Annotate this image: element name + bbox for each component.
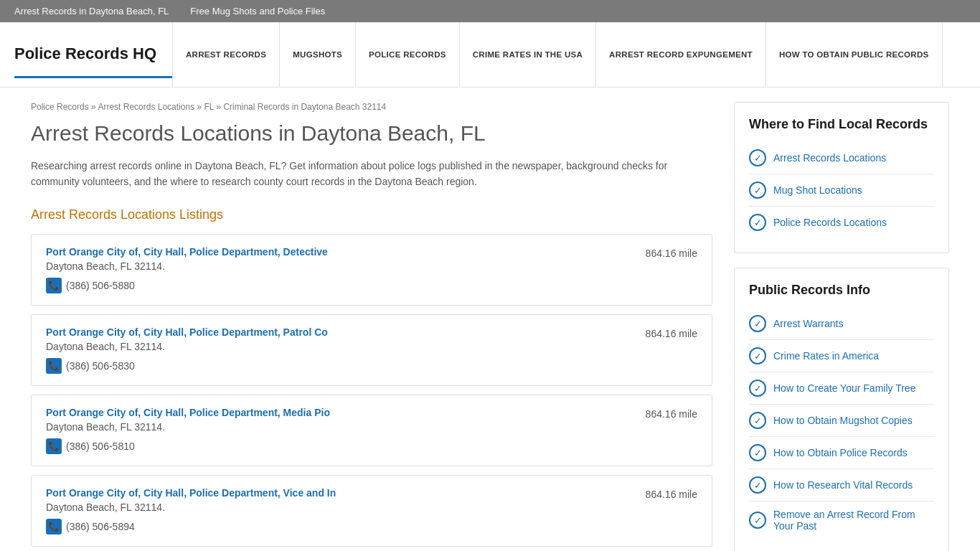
sidebar-link-police-records-loc[interactable]: ✓ Police Records Locations bbox=[749, 207, 934, 238]
check-icon: ✓ bbox=[749, 315, 766, 332]
check-icon: ✓ bbox=[749, 214, 766, 231]
sidebar-link-family-tree[interactable]: ✓ How to Create Your Family Tree bbox=[749, 372, 934, 405]
listing-row: Port Orange City of, City Hall, Police D… bbox=[31, 395, 712, 466]
sidebar-link-remove-arrest[interactable]: ✓ Remove an Arrest Record From Your Past bbox=[749, 501, 934, 539]
listing-phone-1: 📞 (386) 506-5830 bbox=[46, 358, 328, 374]
listing-row: Port Orange City of, City Hall, Police D… bbox=[31, 234, 712, 306]
nav-crime-rates[interactable]: CRIME RATES IN THE USA bbox=[460, 22, 596, 87]
header: Police Records HQ ARREST RECORDS MUGSHOT… bbox=[0, 22, 980, 88]
listing-phone-3: 📞 (386) 506-5894 bbox=[46, 519, 336, 534]
sidebar-link-crime-rates[interactable]: ✓ Crime Rates in America bbox=[749, 340, 934, 372]
listings-container: Port Orange City of, City Hall, Police D… bbox=[31, 234, 712, 547]
breadcrumb-item-2[interactable]: Arrest Records Locations bbox=[98, 102, 194, 112]
listing-address-0: Daytona Beach, FL 32114. bbox=[46, 260, 328, 272]
listing-name-1: Port Orange City of, City Hall, Police D… bbox=[46, 326, 328, 338]
nav-police-records[interactable]: POLICE RECORDS bbox=[356, 22, 460, 87]
listing-name-3: Port Orange City of, City Hall, Police D… bbox=[46, 487, 336, 499]
listing-phone-0: 📞 (386) 506-5880 bbox=[46, 278, 328, 293]
listing-phone-2: 📞 (386) 506-5810 bbox=[46, 438, 330, 454]
logo-text: Police Records HQ bbox=[14, 44, 158, 63]
sidebar-link-arrest-warrants[interactable]: ✓ Arrest Warrants bbox=[749, 308, 934, 340]
main-content: Police Records » Arrest Records Location… bbox=[31, 102, 712, 551]
sidebar: Where to Find Local Records ✓ Arrest Rec… bbox=[734, 102, 949, 551]
page-description: Researching arrest records online in Day… bbox=[31, 158, 712, 190]
phone-icon-3: 📞 bbox=[46, 519, 62, 534]
check-icon: ✓ bbox=[749, 347, 766, 364]
check-icon: ✓ bbox=[749, 380, 766, 397]
check-icon: ✓ bbox=[749, 182, 766, 199]
sidebar-public-title: Public Records Info bbox=[749, 283, 934, 298]
check-icon: ✓ bbox=[749, 512, 766, 529]
check-icon: ✓ bbox=[749, 412, 766, 429]
main-nav: ARREST RECORDS MUGSHOTS POLICE RECORDS C… bbox=[172, 22, 966, 87]
page-container: Police Records » Arrest Records Location… bbox=[17, 88, 963, 551]
listing-distance-3: 864.16 mile bbox=[646, 487, 697, 500]
sidebar-public-records: Public Records Info ✓ Arrest Warrants ✓ … bbox=[734, 268, 949, 551]
nav-mugshots[interactable]: MUGSHOTS bbox=[280, 22, 356, 87]
listing-address-2: Daytona Beach, FL 32114. bbox=[46, 421, 330, 433]
sidebar-where-title: Where to Find Local Records bbox=[749, 117, 934, 132]
nav-arrest-records[interactable]: ARREST RECORDS bbox=[172, 22, 280, 87]
top-bar: Arrest Records in Daytona Beach, FL Free… bbox=[0, 0, 980, 22]
listing-distance-2: 864.16 mile bbox=[646, 407, 697, 420]
nav-public-records[interactable]: HOW TO OBTAIN PUBLIC RECORDS bbox=[766, 22, 943, 87]
listing-name-2: Port Orange City of, City Hall, Police D… bbox=[46, 407, 330, 418]
listing-row: Port Orange City of, City Hall, Police D… bbox=[31, 314, 712, 386]
sidebar-link-mugshot-copies[interactable]: ✓ How to Obtain Mugshot Copies bbox=[749, 405, 934, 437]
listing-distance-0: 864.16 mile bbox=[646, 246, 697, 259]
phone-icon-1: 📞 bbox=[46, 358, 62, 374]
phone-icon-0: 📞 bbox=[46, 278, 62, 293]
breadcrumb-item-1[interactable]: Police Records bbox=[31, 102, 89, 112]
check-icon: ✓ bbox=[749, 444, 766, 461]
page-title: Arrest Records Locations in Daytona Beac… bbox=[31, 121, 712, 146]
check-icon: ✓ bbox=[749, 149, 766, 166]
logo[interactable]: Police Records HQ bbox=[14, 32, 172, 78]
nav-expungement[interactable]: ARREST RECORD EXPUNGEMENT bbox=[596, 22, 766, 87]
check-icon: ✓ bbox=[749, 476, 766, 494]
listing-distance-1: 864.16 mile bbox=[646, 326, 697, 339]
breadcrumb: Police Records » Arrest Records Location… bbox=[31, 102, 712, 112]
sidebar-link-vital-records[interactable]: ✓ How to Research Vital Records bbox=[749, 469, 934, 501]
sidebar-link-mug-shot-loc[interactable]: ✓ Mug Shot Locations bbox=[749, 174, 934, 207]
listing-row: Port Orange City of, City Hall, Police D… bbox=[31, 475, 712, 547]
topbar-link-1[interactable]: Arrest Records in Daytona Beach, FL bbox=[14, 6, 169, 17]
topbar-link-2[interactable]: Free Mug Shots and Police Files bbox=[190, 6, 325, 17]
listing-name-0: Port Orange City of, City Hall, Police D… bbox=[46, 246, 328, 258]
sidebar-link-arrest-records-loc[interactable]: ✓ Arrest Records Locations bbox=[749, 142, 934, 174]
phone-icon-2: 📞 bbox=[46, 438, 62, 454]
section-heading: Arrest Records Locations Listings bbox=[31, 207, 712, 222]
sidebar-where-to-find: Where to Find Local Records ✓ Arrest Rec… bbox=[734, 102, 949, 253]
breadcrumb-item-4[interactable]: Criminal Records in Daytona Beach 32114 bbox=[223, 102, 386, 112]
listing-address-3: Daytona Beach, FL 32114. bbox=[46, 501, 336, 513]
listing-address-1: Daytona Beach, FL 32114. bbox=[46, 341, 328, 352]
breadcrumb-item-3[interactable]: FL bbox=[204, 102, 215, 112]
sidebar-link-police-records[interactable]: ✓ How to Obtain Police Records bbox=[749, 437, 934, 469]
